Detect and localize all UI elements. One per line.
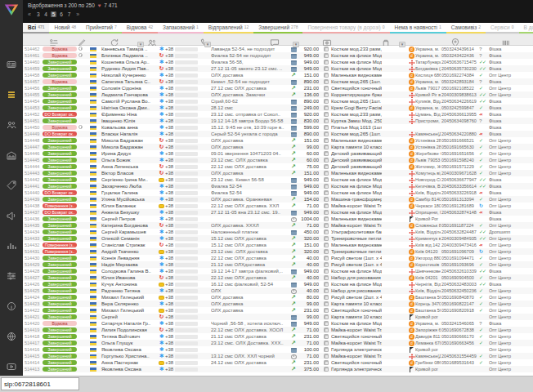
ttn-number[interactable]: 0501691187224 <box>441 223 479 228</box>
column-filter-button[interactable]: ▾ <box>399 42 405 47</box>
order-row[interactable]: 514449 DO Возврат ок.. Власюк Наталія ∗ … <box>23 131 533 137</box>
order-row[interactable]: 514452 DO Возврат ок.. Єфименко Ніна ∗ +… <box>23 111 533 118</box>
order-row[interactable]: 514440 DO Возврат ок.. Гуцалюк Галина ∗ … <box>23 189 533 196</box>
order-row[interactable]: 514458 Завершений Николай Кучеренко ∗ +3… <box>23 72 533 78</box>
ttn-number[interactable]: 0501691313394 <box>441 197 479 202</box>
ttn-number[interactable]: 0501690663456 <box>441 341 479 345</box>
ttn-number[interactable]: 0501691666521 <box>441 138 479 143</box>
status-tab[interactable]: Прийнятий7 <box>81 23 122 33</box>
ttn-number[interactable]: 0501690840870 <box>441 295 479 300</box>
order-row[interactable]: 514419 Завершений Лилия Подолинская ↻ +3… <box>23 327 533 333</box>
page-button[interactable]: 7 <box>66 11 73 17</box>
ttn-number[interactable]: 0503241546065 <box>441 321 479 326</box>
order-row[interactable]: 514422 Завершений Михаил Гилецький +38 О… <box>23 307 533 314</box>
order-row[interactable]: 514459 Завершений Руденко Лидия Пав.. ↻ … <box>23 65 533 72</box>
sidebar-orders-icon[interactable] <box>0 84 23 105</box>
ttn-number[interactable]: 20450632450236 <box>441 288 479 293</box>
order-row[interactable]: 514441 Завершений Захарченко Люба ∗ +38 … <box>23 183 533 189</box>
ttn-number[interactable]: 0503243422436 <box>441 53 479 58</box>
order-row[interactable]: 514432 Повернення (з.. Станіслав Стрижак… <box>23 242 533 248</box>
order-row[interactable]: 514455 Завершений Людмила Гончарова ∗ +3… <box>23 91 533 98</box>
order-row[interactable]: 514423 Завершений Вера Скляренко ∗ +38 О… <box>23 301 533 307</box>
order-row[interactable]: 514457 Відмова Сапегина Татьяна С.. ↻ +3… <box>23 78 533 85</box>
ttn-number[interactable]: 0501691093696 <box>441 262 479 267</box>
order-row[interactable]: 514433 Завершений Олексій Семанін ∗ +38 … <box>23 235 533 242</box>
order-row[interactable]: 514453 Завершений Нікітіна Оксана Дми.. … <box>23 105 533 111</box>
ttn-number[interactable]: 0501691598240 <box>441 158 479 163</box>
order-row[interactable]: 514434 Завершений Сергей Карамышев ∗ +38… <box>23 229 533 235</box>
order-row[interactable]: 514456 Завершений Соломія Сідоніна ∗ +38… <box>23 85 533 91</box>
ttn-number[interactable]: 0501692274384 <box>441 73 479 78</box>
ttn-number[interactable]: 20400309671628 <box>441 171 479 176</box>
status-tab[interactable]: Новий48 <box>49 23 81 33</box>
ttn-number[interactable]: 20400309484935 <box>441 236 479 241</box>
order-row[interactable]: 514427 Завершений Юлия Иванова ↻ +38 22.… <box>23 274 533 281</box>
ttn-number[interactable]: 0501691571229 <box>441 164 479 169</box>
order-row[interactable]: 514443 Завершений Віктор Власов ↻ +38 ОЛ… <box>23 170 533 176</box>
ttn-number[interactable]: 0503242893184 <box>441 79 479 84</box>
ttn-number[interactable]: 0501690672838 <box>441 327 479 332</box>
status-tab[interactable]: Відправлений12 <box>204 23 253 33</box>
order-row[interactable]: 514413 Завершений Яковлева Оксана ∗ +38 … <box>23 366 533 372</box>
ttn-number[interactable]: 20450636613955 <box>441 112 479 117</box>
page-button[interactable]: 3 <box>35 11 42 17</box>
column-filter-button[interactable]: ▾ <box>204 42 211 47</box>
order-row[interactable]: 514416 Завершений Яковлева Оксана ∗ +38 … <box>23 346 533 353</box>
page-button[interactable]: 6 <box>58 11 65 17</box>
ttn-number[interactable]: 20450635730230 <box>441 66 479 71</box>
pagination-first-button[interactable]: « <box>28 11 31 17</box>
sidebar-globe-icon[interactable] <box>0 326 23 347</box>
order-row[interactable]: 514417 Завершений Ольга Глущук ∗ +38 23.… <box>23 340 533 346</box>
order-row[interactable]: 514437 DO Возврат ок.. Анжела Безушку ∗ … <box>23 209 533 216</box>
order-row[interactable]: 514424 Завершений Михаил Гилецький +38 О… <box>23 294 533 301</box>
order-row[interactable]: 514436 Завершений Сергей Петров ∗ +38 10… <box>23 216 533 222</box>
status-tab[interactable]: Відмова42 <box>122 23 158 33</box>
ttn-number[interactable]: 20450632824487 <box>441 229 479 234</box>
ttn-number[interactable]: 20450633226918 <box>441 190 479 195</box>
order-row[interactable]: 514418 Завершений Тетяна Войтович ∗ +38 … <box>23 333 533 340</box>
sidebar-settings-icon[interactable] <box>0 265 23 287</box>
order-row[interactable]: 514448 Завершений Микола Бадражан ↻ +38 … <box>23 137 533 144</box>
column-filter-button[interactable]: ▾ <box>137 42 144 47</box>
sidebar-statistics-icon[interactable] <box>0 235 23 256</box>
status-tab[interactable]: Самовивіз2 <box>446 23 486 33</box>
order-row[interactable]: 514438 Повернення (з.. Юлия Баланюк +38 … <box>23 203 533 209</box>
sidebar-video-tutorials-icon[interactable] <box>0 356 23 377</box>
status-tab[interactable]: Запакований1 <box>158 23 204 33</box>
ttn-number[interactable]: 0501689531643 <box>441 360 479 365</box>
order-row[interactable]: 514428 Завершений Солодкова Галина В.. ∗… <box>23 268 533 274</box>
ttn-number[interactable]: 20450634226619 <box>441 99 479 104</box>
ttn-number[interactable]: 20450633356614 <box>441 184 479 189</box>
order-row[interactable]: 514450 Відмова Ковальова анна ∗ +38 15.1… <box>23 124 533 131</box>
order-row[interactable]: 514446 Завершений Ирина Дидух ∗ +38 09.0… <box>23 150 533 157</box>
ttn-number[interactable]: 20450631554459 <box>441 354 479 359</box>
status-tab[interactable]: Всі471 <box>23 23 49 33</box>
order-row[interactable]: 514460 Завершений Кошелева Ольга Ар.. ∗ … <box>23 59 533 65</box>
ttn-number[interactable]: 20400309838613 <box>441 92 479 97</box>
ttn-number[interactable]: 0501690904500 <box>441 275 479 280</box>
ttn-number[interactable]: 0501692108522 <box>441 86 479 91</box>
order-row[interactable]: 514420 Відмова Ситарчук Наталія Гр.. ∗ +… <box>23 320 533 327</box>
order-row[interactable]: 514425 Завершений Радченко Тетяна ∗ +38 … <box>23 287 533 294</box>
status-tab[interactable]: Сервіси0 <box>486 23 518 33</box>
ttn-number[interactable]: 20450632610339 <box>441 269 479 274</box>
page-button[interactable]: 5 <box>51 11 57 17</box>
order-row[interactable]: 514445 Завершений Ольга Божик ∗ +38 23.1… <box>23 157 533 163</box>
order-row[interactable]: 514426 Завершений Кучук Антонина +38 16.… <box>23 281 533 287</box>
order-row[interactable]: 514429 Завершений Надія Мерзаєва ∗ +38 2… <box>23 261 533 268</box>
order-row[interactable]: 514431 Повернення (з.. Андрій Ткаченко +… <box>23 248 533 255</box>
order-row[interactable]: 514462 Відмова Каневська Тамара .. ∗ +38… <box>23 46 533 52</box>
order-row[interactable]: 514451 Завершений Іващенко Юлія ∗ +38 19… <box>23 118 533 124</box>
order-row[interactable]: 514435 Завершений Катерина Богданова ↻ +… <box>23 222 533 229</box>
status-tab[interactable]: Завершений278 <box>253 23 302 33</box>
status-tab[interactable]: Нема в наявності1 <box>390 23 446 33</box>
ttn-number[interactable]: 0501690820918 <box>441 308 479 313</box>
sidebar-warehouse-icon[interactable] <box>0 145 23 166</box>
status-tab[interactable]: В дорозі додому0 <box>519 23 533 33</box>
app-logo-icon[interactable] <box>4 3 19 16</box>
order-row[interactable]: 514461 Відмова Близнюк Людмила .. ↻ +38 … <box>23 52 533 59</box>
sidebar-dashboard-icon[interactable] <box>0 54 23 75</box>
ttn-number[interactable]: 20450632483003 <box>441 282 479 287</box>
page-button[interactable]: 4 <box>43 11 49 17</box>
ttn-number[interactable]: 0503243439614 <box>441 47 479 51</box>
